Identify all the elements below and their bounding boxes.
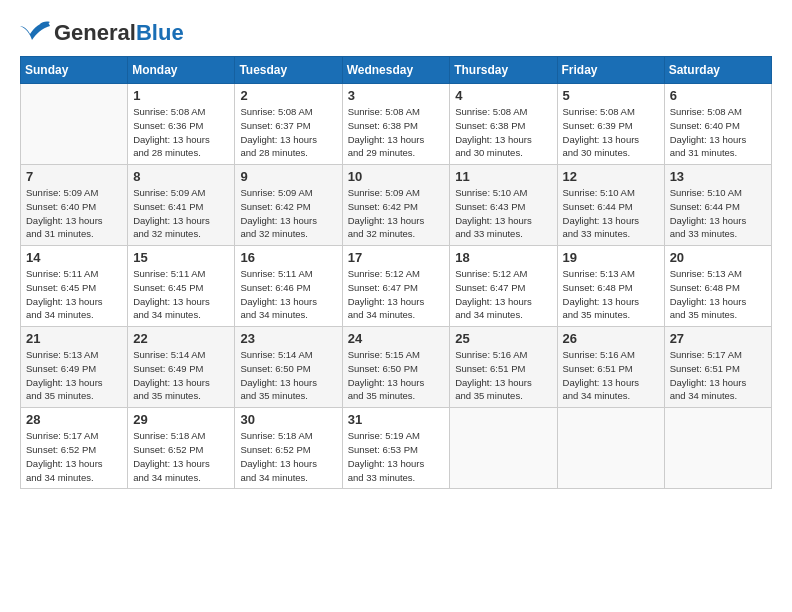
day-number: 26 xyxy=(563,331,659,346)
calendar-cell: 27Sunrise: 5:17 AM Sunset: 6:51 PM Dayli… xyxy=(664,327,771,408)
calendar-cell: 19Sunrise: 5:13 AM Sunset: 6:48 PM Dayli… xyxy=(557,246,664,327)
day-number: 3 xyxy=(348,88,445,103)
col-header-tuesday: Tuesday xyxy=(235,57,342,84)
col-header-sunday: Sunday xyxy=(21,57,128,84)
day-number: 21 xyxy=(26,331,122,346)
calendar-cell: 26Sunrise: 5:16 AM Sunset: 6:51 PM Dayli… xyxy=(557,327,664,408)
day-number: 13 xyxy=(670,169,766,184)
day-info: Sunrise: 5:10 AM Sunset: 6:44 PM Dayligh… xyxy=(563,186,659,241)
col-header-thursday: Thursday xyxy=(450,57,557,84)
day-number: 15 xyxy=(133,250,229,265)
day-info: Sunrise: 5:09 AM Sunset: 6:42 PM Dayligh… xyxy=(348,186,445,241)
day-info: Sunrise: 5:13 AM Sunset: 6:49 PM Dayligh… xyxy=(26,348,122,403)
day-info: Sunrise: 5:13 AM Sunset: 6:48 PM Dayligh… xyxy=(563,267,659,322)
calendar-cell: 28Sunrise: 5:17 AM Sunset: 6:52 PM Dayli… xyxy=(21,408,128,489)
day-number: 25 xyxy=(455,331,551,346)
day-info: Sunrise: 5:08 AM Sunset: 6:36 PM Dayligh… xyxy=(133,105,229,160)
calendar-cell xyxy=(450,408,557,489)
calendar-cell: 21Sunrise: 5:13 AM Sunset: 6:49 PM Dayli… xyxy=(21,327,128,408)
day-number: 29 xyxy=(133,412,229,427)
calendar-cell: 23Sunrise: 5:14 AM Sunset: 6:50 PM Dayli… xyxy=(235,327,342,408)
calendar-cell: 11Sunrise: 5:10 AM Sunset: 6:43 PM Dayli… xyxy=(450,165,557,246)
calendar-cell: 14Sunrise: 5:11 AM Sunset: 6:45 PM Dayli… xyxy=(21,246,128,327)
day-number: 24 xyxy=(348,331,445,346)
day-info: Sunrise: 5:16 AM Sunset: 6:51 PM Dayligh… xyxy=(455,348,551,403)
day-number: 18 xyxy=(455,250,551,265)
day-number: 5 xyxy=(563,88,659,103)
day-number: 28 xyxy=(26,412,122,427)
day-info: Sunrise: 5:08 AM Sunset: 6:37 PM Dayligh… xyxy=(240,105,336,160)
day-number: 2 xyxy=(240,88,336,103)
day-number: 30 xyxy=(240,412,336,427)
calendar-cell: 16Sunrise: 5:11 AM Sunset: 6:46 PM Dayli… xyxy=(235,246,342,327)
calendar-cell: 2Sunrise: 5:08 AM Sunset: 6:37 PM Daylig… xyxy=(235,84,342,165)
day-info: Sunrise: 5:08 AM Sunset: 6:38 PM Dayligh… xyxy=(455,105,551,160)
calendar-table: SundayMondayTuesdayWednesdayThursdayFrid… xyxy=(20,56,772,489)
day-info: Sunrise: 5:19 AM Sunset: 6:53 PM Dayligh… xyxy=(348,429,445,484)
calendar-cell: 12Sunrise: 5:10 AM Sunset: 6:44 PM Dayli… xyxy=(557,165,664,246)
day-info: Sunrise: 5:09 AM Sunset: 6:41 PM Dayligh… xyxy=(133,186,229,241)
day-info: Sunrise: 5:13 AM Sunset: 6:48 PM Dayligh… xyxy=(670,267,766,322)
calendar-cell: 29Sunrise: 5:18 AM Sunset: 6:52 PM Dayli… xyxy=(128,408,235,489)
day-number: 11 xyxy=(455,169,551,184)
day-number: 16 xyxy=(240,250,336,265)
calendar-cell: 4Sunrise: 5:08 AM Sunset: 6:38 PM Daylig… xyxy=(450,84,557,165)
day-number: 22 xyxy=(133,331,229,346)
col-header-friday: Friday xyxy=(557,57,664,84)
day-info: Sunrise: 5:11 AM Sunset: 6:46 PM Dayligh… xyxy=(240,267,336,322)
day-info: Sunrise: 5:14 AM Sunset: 6:50 PM Dayligh… xyxy=(240,348,336,403)
calendar-cell: 17Sunrise: 5:12 AM Sunset: 6:47 PM Dayli… xyxy=(342,246,450,327)
day-info: Sunrise: 5:08 AM Sunset: 6:39 PM Dayligh… xyxy=(563,105,659,160)
calendar-cell: 13Sunrise: 5:10 AM Sunset: 6:44 PM Dayli… xyxy=(664,165,771,246)
calendar-week-row: 7Sunrise: 5:09 AM Sunset: 6:40 PM Daylig… xyxy=(21,165,772,246)
calendar-cell xyxy=(664,408,771,489)
calendar-cell: 25Sunrise: 5:16 AM Sunset: 6:51 PM Dayli… xyxy=(450,327,557,408)
day-number: 27 xyxy=(670,331,766,346)
day-info: Sunrise: 5:08 AM Sunset: 6:40 PM Dayligh… xyxy=(670,105,766,160)
day-number: 31 xyxy=(348,412,445,427)
page-header: GeneralBlue xyxy=(20,20,772,46)
calendar-cell: 6Sunrise: 5:08 AM Sunset: 6:40 PM Daylig… xyxy=(664,84,771,165)
calendar-cell: 24Sunrise: 5:15 AM Sunset: 6:50 PM Dayli… xyxy=(342,327,450,408)
day-info: Sunrise: 5:11 AM Sunset: 6:45 PM Dayligh… xyxy=(133,267,229,322)
day-info: Sunrise: 5:12 AM Sunset: 6:47 PM Dayligh… xyxy=(348,267,445,322)
calendar-cell: 10Sunrise: 5:09 AM Sunset: 6:42 PM Dayli… xyxy=(342,165,450,246)
day-info: Sunrise: 5:10 AM Sunset: 6:44 PM Dayligh… xyxy=(670,186,766,241)
day-info: Sunrise: 5:18 AM Sunset: 6:52 PM Dayligh… xyxy=(240,429,336,484)
calendar-cell: 18Sunrise: 5:12 AM Sunset: 6:47 PM Dayli… xyxy=(450,246,557,327)
day-info: Sunrise: 5:11 AM Sunset: 6:45 PM Dayligh… xyxy=(26,267,122,322)
calendar-cell: 1Sunrise: 5:08 AM Sunset: 6:36 PM Daylig… xyxy=(128,84,235,165)
day-number: 4 xyxy=(455,88,551,103)
logo: GeneralBlue xyxy=(20,20,184,46)
calendar-cell: 7Sunrise: 5:09 AM Sunset: 6:40 PM Daylig… xyxy=(21,165,128,246)
calendar-cell: 31Sunrise: 5:19 AM Sunset: 6:53 PM Dayli… xyxy=(342,408,450,489)
day-number: 8 xyxy=(133,169,229,184)
day-info: Sunrise: 5:09 AM Sunset: 6:40 PM Dayligh… xyxy=(26,186,122,241)
day-info: Sunrise: 5:15 AM Sunset: 6:50 PM Dayligh… xyxy=(348,348,445,403)
calendar-cell: 20Sunrise: 5:13 AM Sunset: 6:48 PM Dayli… xyxy=(664,246,771,327)
day-info: Sunrise: 5:12 AM Sunset: 6:47 PM Dayligh… xyxy=(455,267,551,322)
calendar-cell: 15Sunrise: 5:11 AM Sunset: 6:45 PM Dayli… xyxy=(128,246,235,327)
day-info: Sunrise: 5:09 AM Sunset: 6:42 PM Dayligh… xyxy=(240,186,336,241)
calendar-cell: 9Sunrise: 5:09 AM Sunset: 6:42 PM Daylig… xyxy=(235,165,342,246)
day-number: 10 xyxy=(348,169,445,184)
calendar-cell: 22Sunrise: 5:14 AM Sunset: 6:49 PM Dayli… xyxy=(128,327,235,408)
day-info: Sunrise: 5:16 AM Sunset: 6:51 PM Dayligh… xyxy=(563,348,659,403)
calendar-cell xyxy=(557,408,664,489)
calendar-header-row: SundayMondayTuesdayWednesdayThursdayFrid… xyxy=(21,57,772,84)
day-number: 6 xyxy=(670,88,766,103)
logo-text: GeneralBlue xyxy=(54,22,184,44)
calendar-week-row: 21Sunrise: 5:13 AM Sunset: 6:49 PM Dayli… xyxy=(21,327,772,408)
calendar-week-row: 14Sunrise: 5:11 AM Sunset: 6:45 PM Dayli… xyxy=(21,246,772,327)
calendar-cell: 5Sunrise: 5:08 AM Sunset: 6:39 PM Daylig… xyxy=(557,84,664,165)
calendar-week-row: 28Sunrise: 5:17 AM Sunset: 6:52 PM Dayli… xyxy=(21,408,772,489)
day-number: 12 xyxy=(563,169,659,184)
calendar-cell: 30Sunrise: 5:18 AM Sunset: 6:52 PM Dayli… xyxy=(235,408,342,489)
col-header-saturday: Saturday xyxy=(664,57,771,84)
day-number: 23 xyxy=(240,331,336,346)
day-info: Sunrise: 5:08 AM Sunset: 6:38 PM Dayligh… xyxy=(348,105,445,160)
calendar-cell: 3Sunrise: 5:08 AM Sunset: 6:38 PM Daylig… xyxy=(342,84,450,165)
day-number: 9 xyxy=(240,169,336,184)
calendar-week-row: 1Sunrise: 5:08 AM Sunset: 6:36 PM Daylig… xyxy=(21,84,772,165)
day-number: 20 xyxy=(670,250,766,265)
